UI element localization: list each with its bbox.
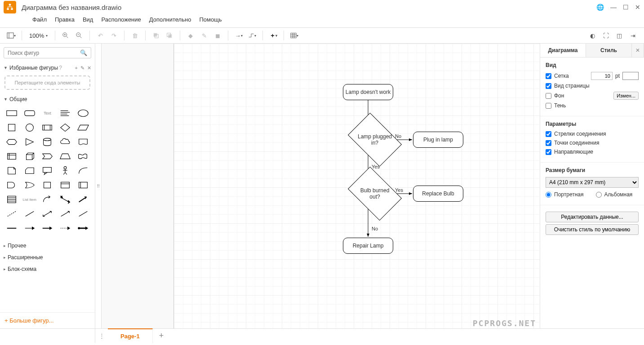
advanced-header[interactable]: ▸Расширенные: [0, 252, 95, 263]
zoom-in-icon[interactable]: [60, 30, 71, 41]
sidebar-collapse[interactable]: ⠿: [95, 44, 102, 328]
shape-triangle[interactable]: [22, 136, 38, 148]
theme-icon[interactable]: ◐: [586, 30, 598, 41]
collapse-icon[interactable]: ⇥: [627, 30, 639, 41]
shape-cylinder[interactable]: [40, 136, 56, 148]
delete-icon[interactable]: 🗑: [129, 30, 141, 41]
shape-datastore[interactable]: [40, 179, 56, 191]
shape-rect[interactable]: [4, 107, 20, 119]
shape-arc-arrow[interactable]: [40, 193, 56, 206]
conn-arrows-checkbox[interactable]: [546, 131, 551, 137]
node-start[interactable]: Lamp doesn't work: [343, 84, 393, 100]
edit-icon[interactable]: ✎: [80, 65, 84, 71]
shape-and[interactable]: [4, 179, 20, 191]
shape-curve[interactable]: [75, 164, 91, 177]
menu-extras[interactable]: Дополнительно: [149, 16, 191, 23]
shape-rounded-rect[interactable]: [22, 107, 38, 119]
shape-square[interactable]: [4, 121, 20, 134]
undo-icon[interactable]: ↶: [94, 30, 106, 41]
shape-hexagon[interactable]: [4, 136, 20, 148]
shape-bidir-thin[interactable]: [40, 208, 56, 220]
scratchpad[interactable]: Перетащите сюда элементы: [4, 75, 90, 90]
shape-actor[interactable]: [57, 164, 73, 177]
tab-diagram[interactable]: Диаграмма: [540, 44, 586, 57]
shape-hcontainer[interactable]: [75, 179, 91, 191]
minimize-icon[interactable]: —: [610, 4, 617, 11]
more-shapes-button[interactable]: + Больше фигур...: [0, 312, 95, 328]
insert-icon[interactable]: ＋▾: [267, 30, 279, 41]
redo-icon[interactable]: ↷: [108, 30, 120, 41]
shape-textbox[interactable]: [57, 107, 73, 119]
page-tab-1[interactable]: Page-1: [108, 328, 153, 343]
shape-cloud[interactable]: [57, 136, 73, 148]
background-change-button[interactable]: Измен...: [613, 92, 639, 100]
grid-size-input[interactable]: [591, 72, 613, 80]
paper-size-select[interactable]: A4 (210 mm x 297 mm): [546, 177, 639, 188]
node-decision-2[interactable]: Bulb burned out?: [348, 167, 402, 221]
close-fav-icon[interactable]: ✕: [87, 65, 91, 71]
menu-file[interactable]: Файл: [32, 16, 47, 23]
shape-arrow[interactable]: [75, 193, 91, 206]
shape-link[interactable]: [75, 208, 91, 220]
search-shapes[interactable]: 🔍: [4, 47, 91, 58]
menu-arrange[interactable]: Расположение: [101, 16, 141, 23]
favorites-header[interactable]: ▼Избранные фигуры ? +✎✕: [0, 62, 95, 74]
shadow-checkbox[interactable]: [546, 103, 551, 109]
line-color-icon[interactable]: ✎: [198, 30, 210, 41]
menu-edit[interactable]: Правка: [55, 16, 75, 23]
menu-view[interactable]: Вид: [83, 16, 93, 23]
tab-close-icon[interactable]: ✕: [632, 44, 644, 57]
conn-points-checkbox[interactable]: [546, 140, 551, 146]
to-front-icon[interactable]: [150, 30, 162, 41]
shape-dashed-line[interactable]: [4, 208, 20, 220]
shape-dir-thin[interactable]: [57, 208, 73, 220]
zoom-out-icon[interactable]: [73, 30, 85, 41]
format-panel-icon[interactable]: ◫: [613, 30, 625, 41]
close-icon[interactable]: ✕: [635, 4, 640, 11]
search-input[interactable]: [8, 50, 80, 56]
shape-conn4[interactable]: [57, 222, 73, 234]
shape-conn2[interactable]: [22, 222, 38, 234]
zoom-select[interactable]: 100%▾: [27, 32, 50, 39]
portrait-radio[interactable]: [546, 192, 551, 198]
favorites-help[interactable]: ?: [59, 65, 62, 71]
shape-process[interactable]: [40, 121, 56, 134]
shape-parallelogram[interactable]: [75, 121, 91, 134]
shape-internal-storage[interactable]: [4, 150, 20, 163]
fullscreen-icon[interactable]: ⛶: [600, 30, 612, 41]
shape-line[interactable]: [22, 208, 38, 220]
shape-list[interactable]: [4, 193, 20, 206]
flowchart-header[interactable]: ▸Блок-схема: [0, 263, 95, 275]
shape-ellipse[interactable]: [75, 107, 91, 119]
shape-container[interactable]: [57, 179, 73, 191]
page-area[interactable]: Lamp doesn't work Lamp plugged in? No Ye…: [173, 44, 540, 328]
landscape-radio[interactable]: [596, 192, 602, 198]
grid-checkbox[interactable]: [546, 73, 551, 79]
shape-text[interactable]: Text: [40, 107, 56, 119]
maximize-icon[interactable]: ☐: [623, 4, 629, 11]
shape-conn1[interactable]: [4, 222, 20, 234]
shape-card[interactable]: [22, 164, 38, 177]
shape-circle[interactable]: [22, 121, 38, 134]
node-action-1[interactable]: Plug in lamp: [413, 132, 463, 148]
search-icon[interactable]: 🔍: [80, 49, 87, 56]
table-icon[interactable]: ▾: [289, 30, 300, 41]
shape-note[interactable]: [4, 164, 20, 177]
background-checkbox[interactable]: [546, 93, 551, 99]
language-icon[interactable]: 🌐: [596, 4, 604, 11]
shape-or[interactable]: [22, 179, 38, 191]
node-decision-1[interactable]: Lamp plugged in?: [348, 113, 402, 167]
fill-icon[interactable]: ◆: [185, 30, 196, 41]
to-back-icon[interactable]: [164, 30, 175, 41]
shape-conn5[interactable]: [75, 222, 91, 234]
waypoint-icon[interactable]: ▾: [246, 30, 258, 41]
guides-checkbox[interactable]: [546, 149, 551, 155]
shape-cube[interactable]: [22, 150, 38, 163]
edit-data-button[interactable]: Редактировать данные...: [546, 212, 639, 222]
tab-style[interactable]: Стиль: [586, 44, 632, 57]
pages-menu-icon[interactable]: ⋮: [95, 332, 108, 339]
shape-listitem[interactable]: List Item: [22, 193, 38, 206]
shadow-toggle-icon[interactable]: ◼: [212, 30, 223, 41]
shape-tape[interactable]: [75, 150, 91, 163]
node-end[interactable]: Repair Lamp: [343, 238, 393, 254]
